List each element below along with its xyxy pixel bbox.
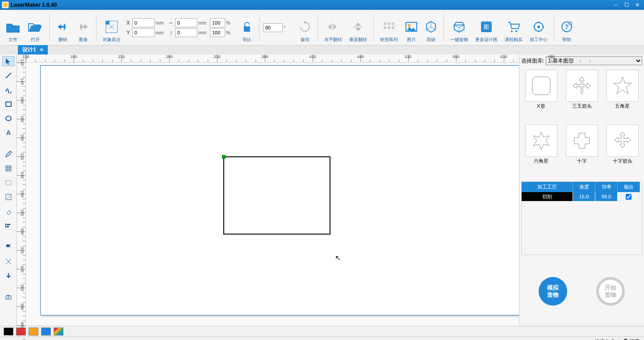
width-pct-input[interactable] xyxy=(210,18,225,27)
color-black[interactable] xyxy=(4,327,13,336)
lib-item-crossarrow[interactable]: 十字箭头 xyxy=(603,125,641,177)
svg-point-15 xyxy=(511,30,513,32)
line-tool[interactable] xyxy=(2,71,15,80)
x-input[interactable] xyxy=(132,18,155,27)
start-button[interactable]: 开始 造物 xyxy=(596,277,625,306)
output-checkbox[interactable] xyxy=(626,194,631,200)
connection-mode[interactable]: 连接方式 xyxy=(595,338,615,340)
more-designs-button[interactable]: 图更多设计图 xyxy=(473,12,500,44)
camera-tool[interactable] xyxy=(2,292,15,302)
y-input[interactable] xyxy=(132,28,155,37)
height-input[interactable] xyxy=(175,28,197,37)
advanced-button[interactable]: 高级 xyxy=(422,12,440,44)
svg-rect-9 xyxy=(388,26,390,29)
width-input[interactable] xyxy=(175,18,197,27)
app-title: LaserMaker 1.6.40 xyxy=(11,2,57,8)
close-button[interactable]: ✕ xyxy=(632,1,642,8)
redo-button[interactable]: 重做 xyxy=(74,12,92,44)
text-tool[interactable]: A xyxy=(2,128,15,138)
ellipse-tool[interactable] xyxy=(2,113,15,123)
tab-close-icon[interactable]: ✕ xyxy=(40,47,43,52)
color-multi[interactable] xyxy=(54,327,63,336)
curve-tool[interactable] xyxy=(2,85,15,95)
process-power: 99.0 xyxy=(595,192,618,201)
onekey-button[interactable]: 一键造物 xyxy=(447,12,471,44)
color-bar xyxy=(0,326,644,336)
array-button[interactable]: 矩形阵列 xyxy=(377,12,401,44)
svg-rect-27 xyxy=(6,194,11,200)
fill-tool[interactable] xyxy=(2,256,15,266)
process-speed: 15.0 xyxy=(573,192,595,201)
vflip-button[interactable]: 垂直翻转 xyxy=(347,12,370,44)
color-orange[interactable] xyxy=(29,327,38,336)
lib-item-triforkarrow[interactable]: 三叉箭头 xyxy=(563,70,601,122)
ruler-horizontal: 130180230280330380430480530580630680 xyxy=(26,55,519,63)
image-button[interactable]: 图片 xyxy=(402,12,420,44)
undo-button[interactable]: 撤销 xyxy=(53,12,72,44)
process-output[interactable] xyxy=(618,192,640,201)
lock-ratio-button[interactable]: 等比 xyxy=(238,12,255,44)
select-tool[interactable] xyxy=(2,56,15,66)
down-tool[interactable] xyxy=(2,271,15,281)
document-tab[interactable]: 设计1 ✕ xyxy=(18,45,48,55)
drawn-rectangle[interactable] xyxy=(223,156,330,235)
align-tool[interactable] xyxy=(2,221,15,231)
right-panel: 选择图库: 1.基本图形 X形 三叉箭头 五角星 六角星 十字 十字箭头 加工工… xyxy=(519,55,644,326)
status-bar: ⌐ XY(482.62, 271.40) 连接方式 断开 xyxy=(0,336,644,340)
rect-tool[interactable] xyxy=(2,99,15,109)
svg-text:?: ? xyxy=(565,23,569,30)
color-blue[interactable] xyxy=(41,327,51,336)
col-power[interactable]: 功率 xyxy=(595,182,618,192)
select-rect-tool[interactable] xyxy=(2,178,15,188)
edit-tool[interactable] xyxy=(2,149,15,159)
open-button[interactable]: 打开 xyxy=(25,12,46,44)
shape-handle[interactable] xyxy=(222,155,226,159)
svg-rect-23 xyxy=(6,102,11,106)
app-logo-icon xyxy=(2,1,9,8)
svg-point-16 xyxy=(515,30,517,32)
canvas[interactable]: ↖ xyxy=(26,63,519,326)
ruler-vertical: 1201401601802002202402602803003203403603… xyxy=(17,63,26,326)
svg-rect-33 xyxy=(7,295,9,296)
lib-item-xshape[interactable]: X形 xyxy=(522,70,560,122)
col-output[interactable]: 输出 xyxy=(618,182,640,192)
lib-item-star5[interactable]: 五角星 xyxy=(603,70,641,122)
buy-course-button[interactable]: 课程购买 xyxy=(502,12,525,44)
height-pct-input[interactable] xyxy=(210,28,225,37)
process-center-button[interactable]: 加工中心 xyxy=(527,12,550,44)
canvas-area[interactable]: 130180230280330380430480530580630680 120… xyxy=(17,55,519,326)
origin-button[interactable]: 对象原点 xyxy=(100,12,123,44)
lib-item-cross[interactable]: 十字 xyxy=(563,125,601,177)
size-group: ↔mm% ↕mm% xyxy=(168,18,237,37)
note-tool[interactable] xyxy=(2,192,15,202)
svg-rect-6 xyxy=(388,22,390,25)
svg-rect-1 xyxy=(106,21,109,25)
svg-line-22 xyxy=(6,73,11,78)
svg-rect-29 xyxy=(7,224,10,225)
svg-rect-31 xyxy=(6,296,11,299)
flag-tool[interactable] xyxy=(2,242,15,252)
svg-rect-8 xyxy=(384,26,386,29)
rotate-input[interactable] xyxy=(263,23,283,32)
grid-tool[interactable] xyxy=(2,164,15,173)
col-process[interactable]: 加工工艺 xyxy=(522,182,573,192)
col-speed[interactable]: 速度 xyxy=(573,182,595,192)
file-button[interactable]: 文件 xyxy=(3,12,23,44)
help-button[interactable]: ?帮助 xyxy=(558,12,576,44)
svg-point-18 xyxy=(537,25,540,28)
simulate-button[interactable]: 模拟 造物 xyxy=(539,277,567,306)
process-row[interactable]: 切割 15.0 99.0 xyxy=(522,192,642,201)
document-tabbar: 设计1 ✕ xyxy=(0,46,644,55)
eraser-tool[interactable] xyxy=(2,206,15,216)
rotate-button[interactable]: 旋转 xyxy=(296,12,314,44)
position-group: Xmm Ymm xyxy=(125,18,166,37)
tab-label: 设计1 xyxy=(22,46,36,54)
minimize-button[interactable]: ─ xyxy=(611,1,621,8)
lib-item-star6[interactable]: 六角星 xyxy=(522,125,560,177)
maximize-button[interactable]: ☐ xyxy=(622,1,631,8)
library-select[interactable]: 1.基本图形 xyxy=(546,56,642,65)
process-name: 切割 xyxy=(522,192,573,201)
svg-rect-4 xyxy=(244,26,250,32)
hflip-button[interactable]: 水平翻转 xyxy=(322,12,345,44)
svg-text:图: 图 xyxy=(484,24,489,30)
